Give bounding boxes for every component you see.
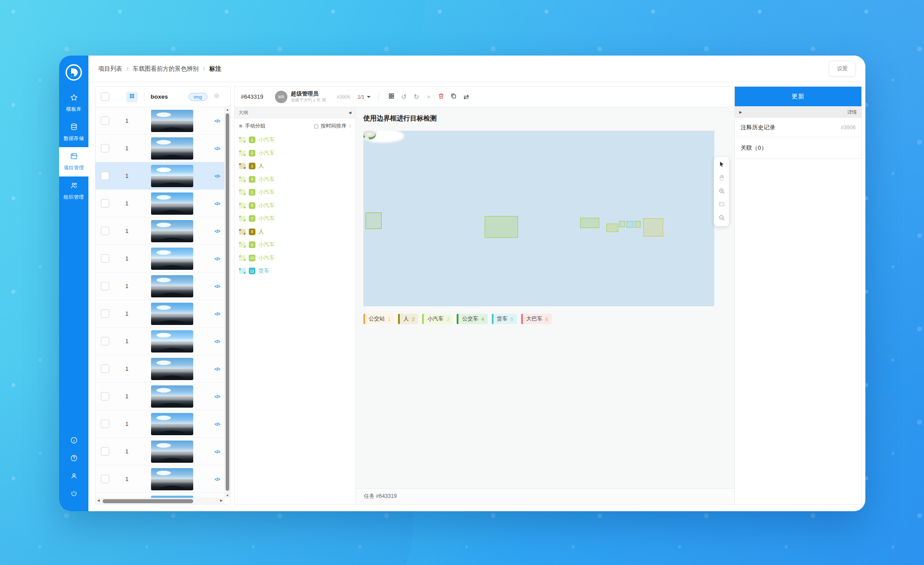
outline-item[interactable]: 6小汽车: [235, 199, 355, 212]
code-icon[interactable]: </>: [215, 394, 220, 399]
row-thumbnail[interactable]: [151, 220, 193, 242]
zoom-in-button[interactable]: [716, 186, 727, 197]
grid-view-button[interactable]: [126, 92, 138, 102]
scrollbar-thumb[interactable]: [226, 113, 229, 491]
row-checkbox[interactable]: [101, 172, 109, 180]
label-tag[interactable]: 小汽车3: [422, 314, 453, 324]
code-icon[interactable]: </>: [215, 477, 220, 482]
code-icon[interactable]: </>: [215, 256, 220, 261]
bounding-box[interactable]: [619, 221, 625, 227]
list-item[interactable]: 1</>: [96, 465, 224, 493]
undo-button[interactable]: ↺: [398, 91, 410, 103]
row-thumbnail[interactable]: [151, 330, 193, 353]
list-item[interactable]: 1</>: [96, 135, 224, 162]
list-item[interactable]: 1</>: [96, 493, 224, 498]
column-header-boxes[interactable]: boxes: [151, 93, 168, 100]
row-checkbox[interactable]: [101, 475, 109, 483]
outline-item[interactable]: 5小汽车: [235, 186, 355, 199]
row-thumbnail[interactable]: [151, 385, 193, 408]
relations-row[interactable]: 关联（0）: [735, 137, 861, 159]
bounding-box[interactable]: [580, 218, 599, 228]
breadcrumb-projects[interactable]: 项目列表: [98, 65, 122, 73]
row-checkbox[interactable]: [101, 254, 109, 263]
breadcrumb-project-name[interactable]: 车载图看前方的景色辨别: [133, 65, 199, 73]
collapse-panel-icon[interactable]: ◀: [349, 111, 351, 115]
row-checkbox[interactable]: [101, 309, 109, 318]
code-icon[interactable]: </>: [215, 228, 220, 234]
row-checkbox[interactable]: [101, 447, 109, 456]
select-all-checkbox[interactable]: [101, 92, 109, 101]
code-icon[interactable]: </>: [215, 146, 220, 151]
bounding-box[interactable]: [626, 221, 633, 228]
scrollbar-thumb[interactable]: [103, 499, 193, 503]
redo-button[interactable]: ↻: [410, 91, 422, 103]
code-icon[interactable]: </>: [215, 311, 220, 317]
list-item[interactable]: 1</>: [96, 438, 224, 465]
sidebar-item-organization[interactable]: 组织管理: [59, 176, 88, 206]
user-icon[interactable]: [70, 472, 78, 482]
gear-icon[interactable]: [213, 92, 220, 101]
expand-icon[interactable]: ▶: [739, 110, 742, 114]
scroll-up-arrow[interactable]: ▲: [225, 108, 230, 111]
code-icon[interactable]: </>: [215, 366, 220, 372]
bounding-box[interactable]: [643, 218, 663, 236]
group-mode-button[interactable]: ≡ 手动分组: [239, 123, 266, 129]
bounding-box[interactable]: [606, 224, 618, 232]
list-item[interactable]: 1</>: [96, 217, 224, 245]
settings-button[interactable]: 设置: [829, 61, 856, 76]
sidebar-item-projects[interactable]: 项目管理: [59, 147, 88, 176]
delete-button[interactable]: [435, 91, 447, 103]
reset-button[interactable]: ×: [422, 91, 435, 103]
code-icon[interactable]: </>: [215, 284, 220, 289]
list-item[interactable]: 1</>: [96, 410, 224, 438]
row-checkbox[interactable]: [101, 337, 109, 345]
row-thumbnail[interactable]: [151, 468, 193, 490]
select-tool-button[interactable]: [716, 159, 727, 171]
bounding-box[interactable]: [635, 221, 641, 228]
bounding-box[interactable]: [485, 216, 518, 238]
list-item[interactable]: 1</>: [96, 190, 224, 217]
outline-item[interactable]: 9小汽车: [235, 238, 355, 252]
pan-tool-button[interactable]: [716, 172, 727, 184]
row-checkbox[interactable]: [101, 365, 109, 373]
code-icon[interactable]: </>: [215, 118, 220, 124]
scroll-right-arrow[interactable]: ▶: [220, 499, 223, 502]
zoom-out-button[interactable]: [716, 212, 727, 224]
list-item[interactable]: 1</>: [96, 355, 224, 383]
row-checkbox[interactable]: [101, 227, 109, 235]
row-checkbox[interactable]: [101, 199, 109, 208]
annotation-history-row[interactable]: 注释历史记录 #3906: [735, 118, 861, 137]
scroll-down-arrow[interactable]: ▼: [225, 494, 230, 497]
code-icon[interactable]: </>: [215, 201, 220, 206]
row-thumbnail[interactable]: [151, 248, 193, 270]
outline-item[interactable]: 3人: [235, 160, 355, 173]
label-tag[interactable]: 人2: [398, 314, 418, 324]
horizontal-scrollbar[interactable]: ◀ ▶: [96, 498, 224, 504]
list-item[interactable]: 1</>: [96, 300, 224, 328]
outline-item[interactable]: 8人: [235, 225, 355, 239]
list-item[interactable]: 1</>: [96, 383, 224, 410]
row-thumbnail[interactable]: [151, 275, 193, 297]
label-tag[interactable]: 大巴车6: [521, 314, 552, 324]
row-thumbnail[interactable]: [151, 192, 193, 215]
row-checkbox[interactable]: [101, 144, 109, 152]
info-icon[interactable]: [70, 436, 78, 446]
row-thumbnail[interactable]: [151, 110, 193, 132]
row-checkbox[interactable]: [101, 392, 109, 401]
outline-item[interactable]: 2小汽车: [235, 147, 355, 160]
code-icon[interactable]: </>: [215, 173, 220, 179]
row-thumbnail[interactable]: [151, 413, 193, 435]
row-thumbnail[interactable]: [151, 441, 193, 463]
label-tag[interactable]: 货车5: [492, 314, 517, 324]
code-icon[interactable]: </>: [215, 449, 220, 454]
fit-view-button[interactable]: [716, 199, 727, 211]
outline-item[interactable]: 11货车: [235, 264, 355, 278]
row-checkbox[interactable]: [101, 282, 109, 290]
code-icon[interactable]: </>: [215, 339, 220, 344]
type-badge-img[interactable]: img: [188, 93, 207, 101]
update-button[interactable]: 更新: [735, 87, 861, 106]
outline-item[interactable]: 1小汽车: [235, 133, 355, 147]
row-thumbnail[interactable]: [151, 303, 193, 325]
outline-item[interactable]: 7小汽车: [235, 212, 355, 225]
label-tag[interactable]: 公交站1: [363, 314, 394, 324]
